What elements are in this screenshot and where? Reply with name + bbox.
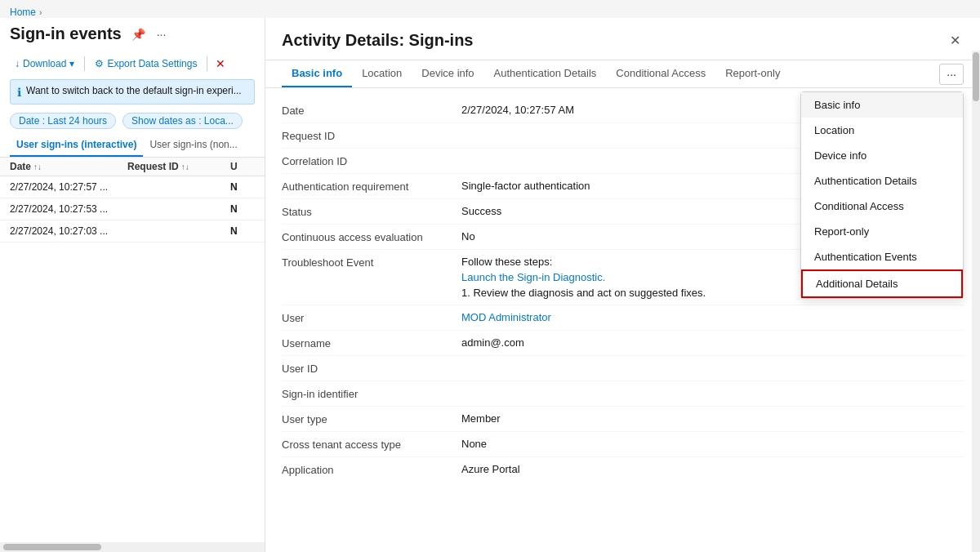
tabs-row: User sign-ins (interactive) User sign-in… <box>0 134 265 158</box>
pin-button[interactable]: 📌 <box>128 26 149 42</box>
toolbar-divider-1 <box>84 56 85 71</box>
tab-non-interactive[interactable]: User sign-ins (non... <box>143 134 243 157</box>
detail-header: Activity Details: Sign-ins ✕ <box>265 18 980 60</box>
date-filter-chip[interactable]: Date : Last 24 hours <box>10 113 116 129</box>
info-banner: ℹ Want to switch back to the default sig… <box>10 79 255 105</box>
field-usertype-value: Member <box>461 412 964 425</box>
field-date-label: Date <box>282 104 461 117</box>
field-crosstenantaccess-label: Cross tenant access type <box>282 438 461 451</box>
field-authrequirement-label: Authentication requirement <box>282 180 461 193</box>
tab-basic-info[interactable]: Basic info <box>282 60 352 87</box>
more-tabs-button[interactable]: ··· <box>939 64 964 85</box>
field-cross-tenant: Cross tenant access type None <box>282 432 964 457</box>
row-extra-1: N <box>230 203 255 215</box>
field-status-label: Status <box>282 205 461 218</box>
detail-tabs: Basic info Location Device info Authenti… <box>265 60 980 88</box>
field-usertype-label: User type <box>282 412 461 425</box>
col-extra-header: U <box>230 161 255 172</box>
download-icon: ↓ <box>15 58 20 69</box>
toolbar-divider-2 <box>207 56 207 71</box>
dropdown-item-auth-details[interactable]: Authentication Details <box>801 168 963 194</box>
header-icons: 📌 ··· <box>128 26 170 42</box>
tabs-dropdown-menu: Basic info Location Device info Authenti… <box>800 91 964 299</box>
field-continuousaccess-label: Continuous access evaluation <box>282 230 461 243</box>
field-userid-label: User ID <box>282 362 461 375</box>
download-chevron: ▾ <box>69 58 74 69</box>
row-date-0: 2/27/2024, 10:27:57 ... <box>10 181 124 193</box>
date-display-chip[interactable]: Show dates as : Loca... <box>122 113 243 129</box>
field-user-type: User type Member <box>282 407 964 432</box>
field-requestid-label: Request ID <box>282 129 461 142</box>
field-signin-identifier: Sign-in identifier <box>282 381 964 407</box>
field-user: User MOD Administrator <box>282 305 964 331</box>
table-row[interactable]: 2/27/2024, 10:27:53 ... N <box>0 198 265 220</box>
field-correlationid-label: Correlation ID <box>282 154 461 167</box>
vertical-scrollbar[interactable] <box>972 51 980 552</box>
gear-icon: ⚙ <box>95 58 104 69</box>
dropdown-item-additional-details[interactable]: Additional Details <box>801 269 963 298</box>
download-label: Download <box>23 58 66 69</box>
breadcrumb-separator: › <box>39 8 42 17</box>
dropdown-item-device-info[interactable]: Device info <box>801 143 963 168</box>
home-link[interactable]: Home <box>10 7 36 18</box>
field-username: Username admin@.com <box>282 331 964 356</box>
horizontal-scrollbar[interactable] <box>0 542 265 552</box>
field-application-value: Azure Portal <box>461 463 964 475</box>
reqid-sort-icon[interactable]: ↑↓ <box>181 162 189 171</box>
toolbar: ↓ Download ▾ ⚙ Export Data Settings ✕ <box>0 51 265 76</box>
table-row[interactable]: 2/27/2024, 10:27:03 ... N <box>0 220 265 243</box>
row-date-2: 2/27/2024, 10:27:03 ... <box>10 225 124 237</box>
date-col-label: Date <box>10 161 31 172</box>
dropdown-item-auth-events[interactable]: Authentication Events <box>801 244 963 269</box>
tab-conditional-access[interactable]: Conditional Access <box>606 60 715 87</box>
info-icon: ℹ <box>17 86 21 99</box>
dropdown-item-report-only[interactable]: Report-only <box>801 219 963 244</box>
breadcrumb: Home › <box>0 0 980 18</box>
table-header: Date ↑↓ Request ID ↑↓ U <box>0 158 265 176</box>
field-application: Application Azure Portal <box>282 457 964 482</box>
field-user-value[interactable]: MOD Administrator <box>461 311 964 323</box>
extra-col-label: U <box>230 161 238 172</box>
scrollbar-thumb-vertical <box>973 52 979 101</box>
field-signinid-label: Sign-in identifier <box>282 387 461 400</box>
row-extra-0: N <box>230 181 255 193</box>
row-extra-2: N <box>230 225 255 237</box>
dropdown-item-basic-info[interactable]: Basic info <box>801 92 963 118</box>
date-sort-icon[interactable]: ↑↓ <box>33 162 42 171</box>
dropdown-item-location[interactable]: Location <box>801 118 963 143</box>
scrollbar-thumb <box>3 544 101 550</box>
export-settings-button[interactable]: ⚙ Export Data Settings <box>90 56 202 72</box>
download-button[interactable]: ↓ Download ▾ <box>10 56 79 72</box>
field-user-label: User <box>282 311 461 324</box>
left-panel-header: Sign-in events 📌 ··· <box>0 18 265 51</box>
col-date-header: Date ↑↓ <box>10 161 124 172</box>
left-panel: Sign-in events 📌 ··· ↓ Download ▾ ⚙ Expo… <box>0 18 265 552</box>
reqid-col-label: Request ID <box>127 161 179 172</box>
filter-row: Date : Last 24 hours Show dates as : Loc… <box>0 108 265 134</box>
row-date-1: 2/27/2024, 10:27:53 ... <box>10 203 124 215</box>
delete-button[interactable]: ✕ <box>212 55 229 73</box>
table-body: 2/27/2024, 10:27:57 ... N 2/27/2024, 10:… <box>0 176 265 542</box>
page-title-text: Sign-in events <box>10 24 122 43</box>
tab-device-info[interactable]: Device info <box>412 60 483 87</box>
field-troubleshoot-label: Troubleshoot Event <box>282 256 461 269</box>
tab-auth-details[interactable]: Authentication Details <box>484 60 607 87</box>
info-banner-text: Want to switch back to the default sign-… <box>26 85 242 96</box>
field-username-label: Username <box>282 336 461 349</box>
field-crosstenantaccess-value: None <box>461 438 964 450</box>
right-panel: Activity Details: Sign-ins ✕ Basic info … <box>265 18 980 552</box>
dropdown-item-conditional-access[interactable]: Conditional Access <box>801 194 963 219</box>
tab-report-only[interactable]: Report-only <box>715 60 790 87</box>
field-application-label: Application <box>282 463 461 476</box>
tab-interactive[interactable]: User sign-ins (interactive) <box>10 134 143 157</box>
export-label: Export Data Settings <box>107 58 197 69</box>
col-reqid-header: Request ID ↑↓ <box>127 161 227 172</box>
table-row[interactable]: 2/27/2024, 10:27:57 ... N <box>0 176 265 198</box>
close-button[interactable]: ✕ <box>947 29 964 51</box>
detail-title: Activity Details: Sign-ins <box>282 31 474 50</box>
field-username-value: admin@.com <box>461 336 964 349</box>
field-user-id: User ID <box>282 356 964 381</box>
tab-location[interactable]: Location <box>352 60 412 87</box>
more-options-button[interactable]: ··· <box>154 26 170 42</box>
page-title: Sign-in events 📌 ··· <box>10 24 255 43</box>
